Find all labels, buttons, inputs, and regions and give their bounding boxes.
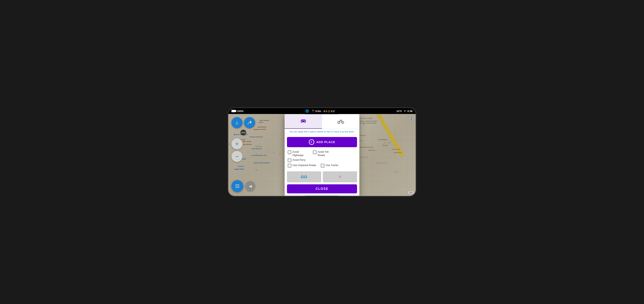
label-avoid-toll: Avoid TollRoads: [318, 150, 328, 157]
modal-dialog: You can swipe left or right to delete an…: [284, 114, 360, 196]
options-row-1: AvoidHighways Avoid TollRoads Avoid Ferr…: [288, 150, 356, 162]
tab-car[interactable]: [284, 114, 322, 129]
btn-add-place[interactable]: + ADD PLACE: [287, 137, 357, 147]
status-center: 🌐 📍 5.0m 2.1 (!) 2.2: [305, 109, 334, 113]
btn-cancel[interactable]: ×: [323, 171, 357, 182]
modal-overlay: You can swipe left or right to delete an…: [228, 114, 416, 196]
option-tracks: Use Tracks: [321, 164, 344, 167]
battery-icon: [232, 110, 236, 112]
transport-tabs: [284, 114, 360, 129]
car-icon: [299, 117, 307, 125]
plus-circle-icon: +: [309, 139, 314, 145]
label-avoid-ferry: Avoid Ferry: [292, 158, 306, 162]
main-content: Alle Carrette Bairro Hotel Roma Angelino…: [228, 114, 416, 196]
option-avoid-toll: Avoid TollRoads: [313, 150, 336, 157]
battery-percent: 100%: [237, 110, 244, 113]
svg-point-5: [304, 122, 306, 123]
warning-icon: (!): [328, 110, 330, 113]
btn-close[interactable]: CLOSE: [287, 184, 357, 193]
label-tracks: Use Tracks: [326, 164, 338, 167]
bluetooth-icon: ⌖: [404, 110, 406, 113]
speed-display: 2.1 (!) 2.2: [324, 110, 334, 113]
cancel-x-icon: ×: [338, 174, 342, 180]
checkbox-avoid-highways[interactable]: [288, 151, 291, 154]
temperature: 14°C: [396, 110, 402, 113]
status-right: 14°C ⌖ 0:36: [396, 110, 412, 113]
btn-go[interactable]: GO: [287, 171, 321, 182]
label-unpaved: Use Unpaved Roads: [292, 164, 316, 167]
phone-frame: 100% 🌐 📍 5.0m 2.1 (!) 2.2 14°C ⌖ 0:36 Al…: [228, 107, 416, 197]
option-avoid-highways: AvoidHighways: [288, 150, 311, 157]
time-display: 0:36: [408, 110, 412, 113]
options-section: AvoidHighways Avoid TollRoads Avoid Ferr…: [284, 149, 360, 170]
gps-distance: 📍 5.0m: [311, 110, 321, 113]
swipe-hint: You can swipe left or right to delete an…: [284, 129, 360, 135]
svg-point-10: [341, 120, 342, 121]
option-unpaved: Use Unpaved Roads: [288, 164, 319, 167]
checkbox-avoid-ferry[interactable]: [288, 158, 291, 162]
tab-bicycle[interactable]: [322, 114, 360, 129]
svg-point-4: [301, 122, 302, 123]
checkbox-unpaved[interactable]: [288, 164, 291, 167]
action-buttons: GO ×: [287, 171, 357, 182]
options-row-2: Use Unpaved Roads Use Tracks: [288, 164, 356, 167]
status-bar: 100% 🌐 📍 5.0m 2.1 (!) 2.2 14°C ⌖ 0:36: [228, 108, 416, 114]
globe-icon: 🌐: [305, 109, 309, 113]
checkbox-tracks[interactable]: [321, 164, 324, 167]
bicycle-icon: [337, 118, 345, 125]
label-avoid-highways: AvoidHighways: [292, 150, 304, 157]
option-avoid-ferry: Avoid Ferry: [288, 158, 311, 162]
status-left: 100%: [232, 110, 244, 113]
checkbox-avoid-toll[interactable]: [313, 151, 316, 154]
